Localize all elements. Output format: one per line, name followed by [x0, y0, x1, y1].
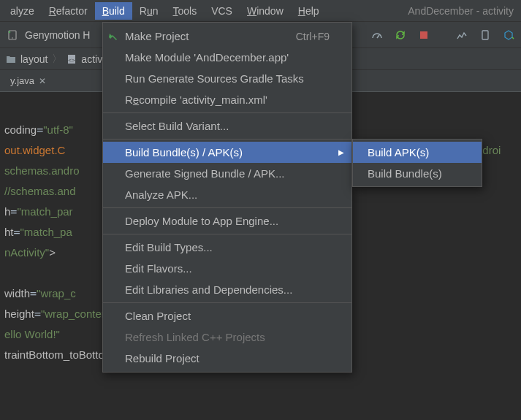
stop-icon[interactable]: [417, 28, 430, 42]
menubar: alyze Refactor Build Run Tools VCS Windo…: [0, 0, 521, 22]
separator: [103, 207, 351, 208]
svg-text:<>: <>: [69, 57, 76, 64]
svg-point-2: [9, 31, 11, 33]
svg-rect-5: [482, 31, 488, 39]
device-icon[interactable]: [6, 28, 19, 42]
profiler-icon[interactable]: [455, 28, 468, 42]
build-dropdown: Make Project Ctrl+F9 Make Module 'AndDec…: [102, 22, 352, 373]
device-label[interactable]: Genymotion H: [25, 29, 90, 41]
menu-make-module[interactable]: Make Module 'AndDecember.app': [103, 47, 351, 68]
separator: [103, 112, 351, 113]
avd-icon[interactable]: [479, 28, 492, 42]
menu-tools[interactable]: Tools: [165, 2, 204, 20]
hammer-icon: [107, 31, 118, 42]
menu-edit-libraries[interactable]: Edit Libraries and Dependencies...: [103, 279, 351, 300]
menu-run[interactable]: Run: [132, 2, 166, 20]
breadcrumb-file[interactable]: activi: [81, 53, 104, 65]
svg-line-3: [377, 35, 379, 38]
menu-rebuild-project[interactable]: Rebuild Project: [103, 348, 351, 369]
menu-make-project[interactable]: Make Project Ctrl+F9: [103, 26, 351, 47]
menu-refactor[interactable]: Refactor: [42, 2, 95, 20]
menu-edit-flavors[interactable]: Edit Flavors...: [103, 258, 351, 279]
separator: [103, 302, 351, 303]
menu-help[interactable]: Help: [291, 2, 327, 20]
menu-analyze-apk[interactable]: Analyze APK...: [103, 184, 351, 205]
sync-icon[interactable]: [394, 28, 407, 42]
submenu-arrow-icon: ▶: [338, 148, 344, 156]
breadcrumb-folder[interactable]: layout: [20, 53, 47, 65]
menu-generate-signed[interactable]: Generate Signed Bundle / APK...: [103, 163, 351, 184]
tab-java-file[interactable]: y.java ✕: [3, 72, 53, 89]
build-bundle-submenu: Build APK(s) Build Bundle(s): [352, 139, 482, 187]
menu-clean-project[interactable]: Clean Project: [103, 305, 351, 327]
file-icon: <>: [66, 54, 77, 64]
submenu-build-bundle[interactable]: Build Bundle(s): [353, 163, 482, 184]
menu-run-generate[interactable]: Run Generate Sources Gradle Tasks: [103, 68, 351, 89]
svg-point-1: [12, 37, 13, 39]
menu-vcs[interactable]: VCS: [204, 2, 240, 20]
chevron-right-icon: 〉: [52, 53, 62, 66]
sdk-icon[interactable]: [502, 28, 515, 42]
separator: [103, 139, 351, 140]
menu-build[interactable]: Build: [95, 2, 132, 20]
menu-deploy-appengine[interactable]: Deploy Module to App Engine...: [103, 210, 351, 232]
menu-edit-build-types[interactable]: Edit Build Types...: [103, 237, 351, 258]
menu-analyze[interactable]: alyze: [3, 2, 42, 20]
submenu-build-apk[interactable]: Build APK(s): [353, 142, 482, 163]
gauge-icon[interactable]: [370, 28, 384, 42]
project-title: AndDecember - activity: [408, 5, 521, 17]
menu-select-variant[interactable]: Select Build Variant...: [103, 115, 351, 137]
folder-icon: [6, 54, 16, 64]
menu-refresh-cpp: Refresh Linked C++ Projects: [103, 327, 351, 348]
menu-build-bundle-apk[interactable]: Build Bundle(s) / APK(s) ▶: [103, 142, 351, 163]
menu-window[interactable]: Window: [240, 2, 291, 20]
menu-recompile[interactable]: Recompile 'activity_main.xml': [103, 89, 351, 110]
svg-rect-4: [420, 31, 427, 39]
close-icon[interactable]: ✕: [39, 76, 46, 86]
separator: [103, 234, 351, 234]
